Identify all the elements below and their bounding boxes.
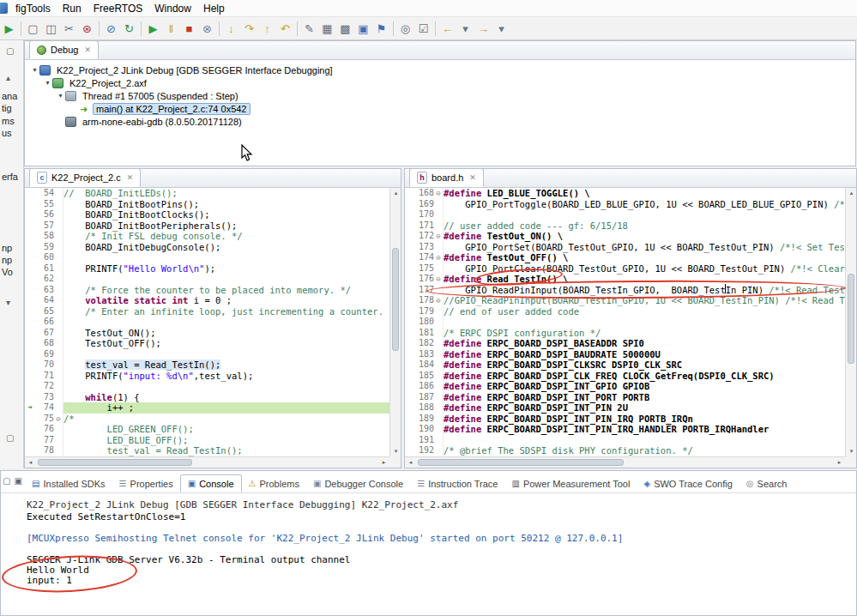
fold-minus-icon[interactable]: ⊖ (54, 414, 63, 425)
code-line-186[interactable]: 186#define ERPC_BOARD_DSPI_INT_GPIO GPIO… (405, 381, 845, 392)
code-line-57[interactable]: 57 BOARD_InitBootPeripherals(); (25, 220, 389, 232)
tab-search[interactable]: ◎Search (739, 474, 794, 492)
scrollbar-thumb[interactable] (392, 248, 399, 351)
tab-k22-project-2-c[interactable]: c K22_Project_2.c ✕ (29, 168, 141, 187)
close-icon[interactable]: ✕ (469, 173, 476, 182)
menu-item-run[interactable]: Run (57, 1, 88, 16)
resume-left-icon[interactable]: ▶ (0, 18, 18, 39)
code-line-54[interactable]: 54// BOARD_InitLEDs(); (25, 188, 389, 199)
code-line-70[interactable]: 70 test_val = Read_TestIn(); (25, 359, 389, 371)
scrollbar-thumb[interactable] (418, 459, 624, 466)
disconnect-icon[interactable]: ⊗ (198, 18, 216, 39)
fold-minus-icon[interactable]: ⊖ (434, 295, 443, 306)
tab-instruction-trace[interactable]: ☰Instruction Trace (410, 474, 504, 492)
code-line-172[interactable]: 172⊖#define TestOut_ON() \ (405, 231, 845, 242)
debug-tree-item[interactable]: arm-none-eabi-gdb (8.0.50.20171128) (25, 115, 855, 128)
restore-console-icon[interactable]: ▢ (3, 476, 10, 486)
code-line-71[interactable]: 71 PRINTF("input: %d\n",test_val); (25, 371, 389, 382)
console-output[interactable]: Executed SetRestartOnClose=1 [MCUXpresso… (27, 512, 853, 587)
cut-icon[interactable]: ✂ (60, 18, 78, 39)
scroll-down-icon[interactable]: ▾ (846, 446, 857, 456)
tab-installed-sdks[interactable]: ▤Installed SDKs (25, 474, 112, 492)
scroll-up-icon[interactable]: ▴ (846, 188, 857, 198)
search-icon[interactable]: ◎ (396, 18, 414, 39)
edit-icon[interactable]: ✎ (300, 18, 318, 39)
restart-icon[interactable]: ↻ (120, 18, 138, 39)
back-menu-icon[interactable]: ▾ (456, 18, 474, 39)
debug-tree-item[interactable]: ▾K22_Project_2 JLink Debug [GDB SEGGER I… (25, 63, 855, 76)
scrollbar-thumb[interactable] (848, 274, 854, 364)
debug-tree-item[interactable]: main() at K22_Project_2.c:74 0x542 (25, 102, 855, 115)
collapsed-left-panel[interactable]: anatigmsuserfanpnpVo▢▴▾▢ (0, 40, 24, 468)
tab-problems[interactable]: ⚠Problems (242, 474, 306, 492)
code-line-77[interactable]: 77 LED_BLUE_OFF(); (25, 435, 389, 446)
code-line-175[interactable]: 175 GPIO_PortClear(BOARD_TestOut_GPIO, 1… (405, 263, 845, 275)
code-line-64[interactable]: 64 volatile static int i = 0 ; (25, 295, 389, 306)
scroll-left-icon[interactable]: ◂ (405, 457, 416, 468)
step-return-icon[interactable]: ↑ (258, 18, 276, 39)
code-area-left[interactable]: 54// BOARD_InitLEDs();55 BOARD_InitBootP… (25, 188, 389, 456)
fold-minus-icon[interactable]: ⊖ (434, 252, 443, 263)
scroll-down-icon[interactable]: ▾ (6, 298, 10, 307)
expand-arrow-icon[interactable]: ▾ (56, 92, 65, 100)
code-line-168[interactable]: 168⊖#define LED_BLUE_TOGGLE() \ (405, 188, 845, 199)
code-line-173[interactable]: 173 GPIO_PortSet(BOARD_TestOut_GPIO, 1U … (405, 242, 845, 253)
new-wizard-icon[interactable]: ▢ (24, 18, 42, 39)
code-line-72[interactable]: 72 (25, 381, 389, 392)
scroll-left-icon[interactable]: ◂ (25, 457, 36, 468)
registers-view-icon[interactable]: ▩ (336, 18, 354, 39)
fold-minus-icon[interactable]: ⊖ (434, 274, 443, 285)
forward-menu-icon[interactable]: ▾ (492, 18, 510, 39)
flag-icon[interactable]: ⚑ (372, 18, 390, 39)
save-icon[interactable]: ◫ (42, 18, 60, 39)
code-line-67[interactable]: 67 TestOut_ON(); (25, 328, 389, 339)
code-line-170[interactable]: 170 (405, 209, 845, 220)
skip-breakpoints-icon[interactable]: ⊘ (102, 18, 120, 39)
code-line-61[interactable]: 61 PRINTF("Hello World\n"); (25, 263, 389, 275)
forward-icon[interactable]: → (474, 18, 492, 39)
tab-console[interactable]: ▣Console (180, 474, 242, 492)
minimized-editor-icon[interactable]: ▢ (6, 433, 14, 443)
console-view-icon[interactable]: ▣ (354, 18, 372, 39)
code-line-184[interactable]: 184#define ERPC_BOARD_DSPI_CLKSRC DSPI0_… (405, 359, 845, 371)
expand-arrow-icon[interactable]: ▾ (30, 66, 39, 74)
debug-tree-item[interactable]: ▾Thread #1 57005 (Suspended : Step) (25, 89, 855, 102)
code-line-78[interactable]: 78 test_val = Read_TestIn(); (25, 445, 389, 456)
code-line-189[interactable]: 189#define ERPC_BOARD_DSPI_INT_PIN_IRQ P… (405, 414, 845, 425)
tab-debugger-console[interactable]: ▣Debugger Console (306, 474, 410, 492)
scroll-up-icon[interactable]: ▴ (6, 73, 10, 82)
code-line-56[interactable]: 56 BOARD_InitBootClocks(); (25, 209, 389, 220)
code-line-69[interactable]: 69 (25, 349, 389, 360)
close-icon[interactable]: ✕ (127, 173, 134, 182)
code-line-177[interactable]: 177 GPIO_ReadPinInput(BOARD_TestIn_GPIO,… (405, 285, 845, 296)
maximize-console-icon[interactable]: ▣ (14, 476, 21, 486)
code-line-76[interactable]: 76 LED_GREEN_OFF(); (25, 424, 389, 435)
code-line-183[interactable]: 183#define ERPC_BOARD_DSPI_BAUDRATE 5000… (405, 349, 845, 360)
code-line-182[interactable]: 182#define ERPC_BOARD_DSPI_BASEADDR SPI0 (405, 338, 845, 349)
scrollbar-thumb[interactable] (38, 459, 192, 466)
code-line-66[interactable]: 66 (25, 317, 389, 328)
tab-debug[interactable]: Debug ✕ (29, 40, 99, 59)
check-icon[interactable]: ☑ (414, 18, 432, 39)
code-line-174[interactable]: 174⊖#define TestOut_OFF() \ (405, 252, 845, 263)
code-line-191[interactable]: 191 (405, 435, 845, 446)
expand-arrow-icon[interactable]: ▾ (43, 79, 52, 87)
code-line-62[interactable]: 62 (25, 274, 389, 285)
code-line-68[interactable]: 68 TestOut_OFF(); (25, 338, 389, 349)
vertical-scrollbar[interactable]: ▴ ▾ (389, 188, 401, 456)
memory-view-icon[interactable]: ▦ (318, 18, 336, 39)
code-line-181[interactable]: 181/* ERPC DSPI configuration */ (405, 328, 845, 339)
code-line-178[interactable]: 178⊖//GPIO_ReadPinInput(BOARD_TestIn_GPI… (405, 295, 845, 306)
code-line-65[interactable]: 65 /* Enter an infinite loop, just incre… (25, 306, 389, 317)
code-line-179[interactable]: 179// end of user added code (405, 306, 845, 317)
code-line-74[interactable]: ➜74 i++ ; (25, 402, 389, 414)
code-line-187[interactable]: 187#define ERPC_BOARD_DSPI_INT_PORT PORT… (405, 392, 845, 403)
horizontal-scrollbar[interactable]: ◂ ▸ (25, 456, 389, 468)
code-line-73[interactable]: 73 while(1) { (25, 392, 389, 403)
fold-minus-icon[interactable]: ⊖ (434, 231, 443, 242)
suspend-icon[interactable]: ‖ (162, 18, 180, 39)
code-line-192[interactable]: 192/* @brief The SDSPI disk PHY configur… (405, 445, 845, 456)
scroll-up-icon[interactable]: ▴ (390, 188, 401, 198)
back-icon[interactable]: ← (438, 18, 456, 39)
step-over-icon[interactable]: ↷ (240, 18, 258, 39)
